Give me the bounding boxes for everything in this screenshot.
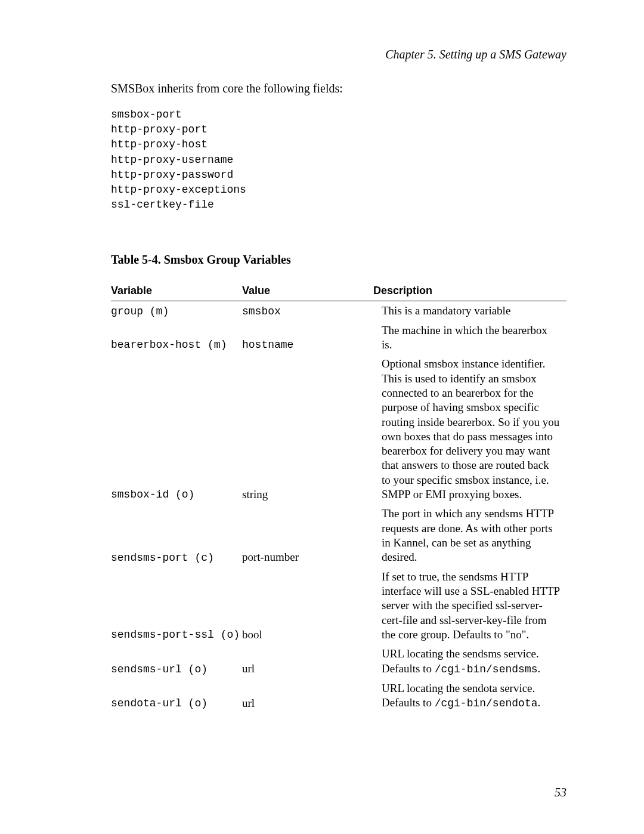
- table-row: sendota-url (o)urlURL locating the sendo…: [111, 679, 566, 713]
- table-row: smsbox-id (o)stringOptional smsbox insta…: [111, 354, 566, 504]
- cell-value: url: [242, 679, 373, 713]
- cell-value: url: [242, 644, 373, 678]
- cell-variable: sendsms-url (o): [111, 644, 242, 678]
- cell-value: port-number: [242, 504, 373, 567]
- cell-value: smsbox: [242, 301, 373, 321]
- table-title: Table 5-4. Smsbox Group Variables: [111, 253, 566, 267]
- smsbox-variables-table: Variable Value Description group (m)smsb…: [111, 281, 566, 713]
- table-row: sendsms-url (o)urlURL locating the sends…: [111, 644, 566, 678]
- cell-description: URL locating the sendota service. Defaul…: [373, 679, 566, 713]
- table-row: sendsms-port-ssl (o)boolIf set to true, …: [111, 567, 566, 645]
- cell-value: bool: [242, 567, 373, 645]
- cell-description: This is a mandatory variable: [373, 301, 566, 321]
- table-row: sendsms-port (c)port-numberThe port in w…: [111, 504, 566, 567]
- col-header-variable: Variable: [111, 281, 242, 301]
- cell-variable: sendota-url (o): [111, 679, 242, 713]
- cell-description: The machine in which the bearerbox is.: [373, 321, 566, 355]
- cell-variable: sendsms-port (c): [111, 504, 242, 567]
- cell-variable: bearerbox-host (m): [111, 321, 242, 355]
- running-head: Chapter 5. Setting up a SMS Gateway: [111, 48, 566, 61]
- cell-description: Optional smsbox instance identifier. Thi…: [373, 354, 566, 504]
- table-header-row: Variable Value Description: [111, 281, 566, 301]
- cell-value: hostname: [242, 321, 373, 355]
- cell-variable: group (m): [111, 301, 242, 321]
- cell-description: URL locating the sendsms service. Defaul…: [373, 644, 566, 678]
- cell-variable: smsbox-id (o): [111, 354, 242, 504]
- cell-value: string: [242, 354, 373, 504]
- col-header-description: Description: [373, 281, 566, 301]
- page-number: 53: [555, 786, 566, 799]
- table-row: bearerbox-host (m)hostnameThe machine in…: [111, 321, 566, 355]
- cell-description: The port in which any sendsms HTTP reque…: [373, 504, 566, 567]
- cell-description: If set to true, the sendsms HTTP interfa…: [373, 567, 566, 645]
- col-header-value: Value: [242, 281, 373, 301]
- cell-variable: sendsms-port-ssl (o): [111, 567, 242, 645]
- page: Chapter 5. Setting up a SMS Gateway SMSB…: [0, 0, 644, 834]
- table-row: group (m)smsboxThis is a mandatory varia…: [111, 301, 566, 321]
- intro-text: SMSBox inherits from core the following …: [111, 82, 566, 95]
- inherited-fields-code: smsbox-port http-proxy-port http-proxy-h…: [111, 107, 566, 212]
